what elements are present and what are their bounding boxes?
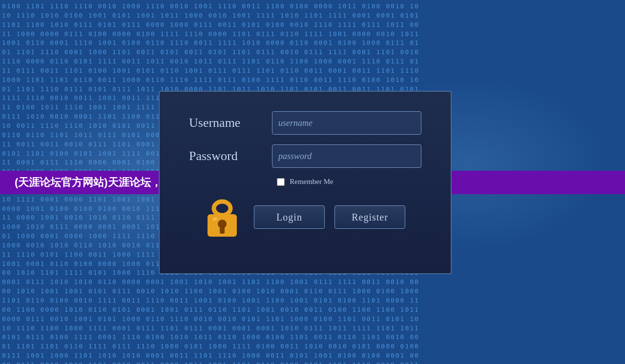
username-input[interactable]: [272, 111, 421, 135]
buttons-row: Login Register: [189, 198, 421, 237]
password-row: Password: [189, 144, 421, 168]
username-row: Username: [189, 111, 421, 135]
login-button[interactable]: Login: [254, 205, 325, 229]
remember-row: Remember Me: [189, 178, 421, 186]
remember-checkbox[interactable]: [277, 178, 285, 186]
remember-label: Remember Me: [290, 178, 333, 186]
login-panel: Username Password Remember Me Login Regi…: [159, 91, 452, 274]
svg-rect-0: [214, 202, 230, 215]
username-label: Username: [189, 116, 272, 130]
register-button[interactable]: Register: [334, 205, 405, 229]
lock-icon: [205, 198, 239, 237]
svg-rect-3: [220, 227, 225, 234]
password-label: Password: [189, 149, 272, 163]
password-input[interactable]: [272, 144, 421, 168]
